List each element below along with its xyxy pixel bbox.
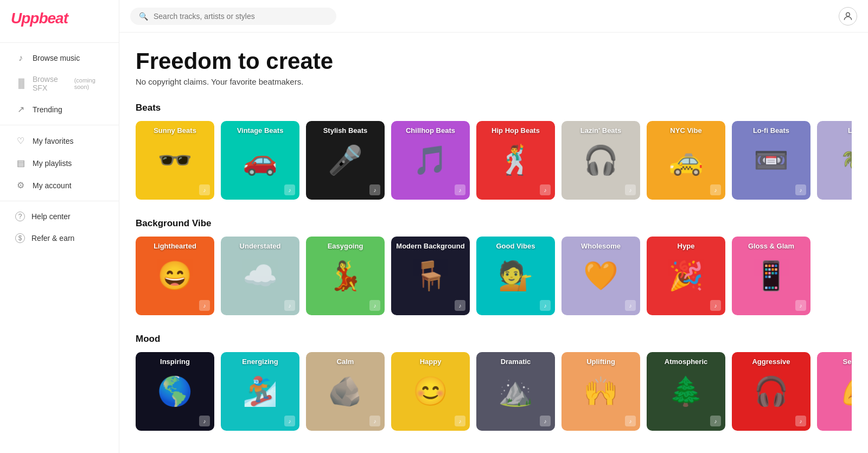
svg-point-0 (846, 12, 850, 16)
search-bar[interactable]: 🔍 (130, 8, 336, 25)
card-badge: ♪ (284, 416, 295, 426)
sidebar-item-refer[interactable]: $ Refer & earn (4, 228, 114, 248)
card-energizing[interactable]: 🏂Energizing♪ (221, 352, 299, 431)
section-title-background-vibe: Background Vibe (136, 218, 852, 229)
card-hype[interactable]: 🎉Hype♪ (647, 237, 725, 315)
card-badge: ♪ (455, 300, 465, 311)
sidebar-label-browse-music: Browse music (33, 54, 80, 62)
card-badge: ♪ (795, 184, 806, 195)
card-label: Easygoing (306, 242, 385, 250)
card-badge: ♪ (455, 416, 465, 426)
music-icon: ♪ (15, 53, 26, 63)
card-label: NYC Vibe (647, 126, 725, 135)
card-badge: ♪ (369, 300, 380, 311)
card-badge: ♪ (284, 184, 295, 195)
card-badge: ♪ (199, 184, 210, 195)
card-wholesome[interactable]: 🧡Wholesome♪ (561, 237, 640, 315)
card-badge: ♪ (284, 300, 295, 311)
card-label: Uplifting (561, 358, 640, 366)
content: Freedom to create No copyright claims. Y… (119, 33, 868, 453)
sidebar-item-browse-sfx[interactable]: ▐▌ Browse SFX (coming soon) (4, 69, 114, 98)
hero-subtitle: No copyright claims. Your favorite beatm… (136, 77, 852, 86)
account-icon[interactable] (839, 7, 857, 25)
card-atmospheric[interactable]: 🌲Atmospheric♪ (647, 352, 725, 431)
user-svg (843, 11, 853, 22)
card-vintage-beats[interactable]: 🚗Vintage Beats♪ (221, 121, 299, 200)
cards-row-mood: 🌎Inspiring♪🏂Energizing♪🪨Calm♪😊Happy♪⛰️Dr… (136, 352, 852, 433)
card-label: Stylish Beats (306, 126, 385, 135)
card-label: Gloss & Glam (732, 242, 810, 250)
card-badge: ♪ (710, 416, 721, 426)
sidebar-item-account[interactable]: ⚙ My account (4, 175, 114, 196)
card-modern-background[interactable]: 🪑Modern Background♪ (391, 237, 470, 315)
sections-container: Beats🕶️Sunny Beats♪🚗Vintage Beats♪🎤Styli… (136, 103, 852, 433)
sidebar-item-favorites[interactable]: ♡ My favorites (4, 130, 114, 151)
card-badge: ♪ (369, 416, 380, 426)
card-badge: ♪ (795, 300, 806, 311)
card-lo-fi-beats[interactable]: 📼Lo-fi Beats♪ (732, 121, 810, 200)
card-label: Wholesome (561, 242, 640, 250)
sidebar-item-help[interactable]: ? Help center (4, 206, 114, 227)
card-badge: ♪ (795, 416, 806, 426)
card-label: Inspiring (136, 358, 214, 366)
logo: Uppbeat (0, 0, 119, 38)
card-happy[interactable]: 😊Happy♪ (391, 352, 470, 431)
coming-soon-tag: (coming soon) (74, 77, 104, 90)
card-good-vibes[interactable]: 💁Good Vibes♪ (476, 237, 555, 315)
card-badge: ♪ (625, 184, 636, 195)
card-badge: ♪ (625, 300, 636, 311)
sidebar-divider-3 (0, 201, 119, 201)
section-title-beats: Beats (136, 103, 852, 113)
card-label: Hype (647, 242, 725, 250)
card-label: Understated (221, 242, 299, 250)
sidebar-item-trending[interactable]: ↗ Trending (4, 99, 114, 120)
card-sensu...[interactable]: 💪Sensu...♪ (817, 352, 852, 431)
card-nyc-vibe[interactable]: 🚕NYC Vibe♪ (647, 121, 725, 200)
sidebar-label-help: Help center (31, 212, 71, 221)
card-lighthearted[interactable]: 😄Lighthearted♪ (136, 237, 214, 315)
card-hip-hop-beats[interactable]: 🕺Hip Hop Beats♪ (476, 121, 555, 200)
card-label: Modern Background (391, 242, 470, 250)
section-mood: Mood🌎Inspiring♪🏂Energizing♪🪨Calm♪😊Happy♪… (136, 334, 852, 433)
card-chillhop-beats[interactable]: 🎵Chillhop Beats♪ (391, 121, 470, 200)
card-uplifting[interactable]: 🙌Uplifting♪ (561, 352, 640, 431)
heart-icon: ♡ (15, 136, 26, 146)
card-label: Sunny Beats (136, 126, 214, 135)
sidebar-label-trending: Trending (33, 105, 62, 114)
search-icon: 🔍 (139, 12, 148, 21)
sidebar-label-playlists: My playlists (33, 159, 72, 168)
card-gloss-&-glam[interactable]: 📱Gloss & Glam♪ (732, 237, 810, 315)
playlist-icon: ▤ (15, 158, 26, 168)
card-label: Lo-fi Beats (732, 126, 810, 135)
card-badge: ♪ (710, 300, 721, 311)
card-lush[interactable]: 🌴Lush♪ (817, 121, 852, 200)
card-calm[interactable]: 🪨Calm♪ (306, 352, 385, 431)
section-beats: Beats🕶️Sunny Beats♪🚗Vintage Beats♪🎤Styli… (136, 103, 852, 202)
sidebar-item-browse-music[interactable]: ♪ Browse music (4, 48, 114, 68)
card-aggressive[interactable]: 🎧Aggressive♪ (732, 352, 810, 431)
card-label: Vintage Beats (221, 126, 299, 135)
card-label: Aggressive (732, 358, 810, 366)
logo-text: Uppbeat (11, 10, 68, 27)
sidebar-item-playlists[interactable]: ▤ My playlists (4, 152, 114, 174)
trending-icon: ↗ (15, 104, 26, 114)
sidebar-divider-2 (0, 125, 119, 125)
card-stylish-beats[interactable]: 🎤Stylish Beats♪ (306, 121, 385, 200)
search-input[interactable] (154, 12, 328, 21)
card-understated[interactable]: ☁️Understated♪ (221, 237, 299, 315)
card-lazin'-beats[interactable]: 🎧Lazin' Beats♪ (561, 121, 640, 200)
card-easygoing[interactable]: 💃Easygoing♪ (306, 237, 385, 315)
card-dramatic[interactable]: ⛰️Dramatic♪ (476, 352, 555, 431)
header: 🔍 (119, 0, 868, 33)
card-label: Chillhop Beats (391, 126, 470, 135)
section-background-vibe: Background Vibe😄Lighthearted♪☁️Understat… (136, 218, 852, 317)
card-badge: ♪ (625, 416, 636, 426)
card-sunny-beats[interactable]: 🕶️Sunny Beats♪ (136, 121, 214, 200)
sidebar-label-favorites: My favorites (33, 137, 73, 145)
sidebar: Uppbeat ♪ Browse music ▐▌ Browse SFX (co… (0, 0, 119, 453)
card-badge: ♪ (540, 300, 551, 311)
card-label: Dramatic (476, 358, 555, 366)
card-inspiring[interactable]: 🌎Inspiring♪ (136, 352, 214, 431)
help-icon: ? (15, 212, 25, 221)
card-label: Good Vibes (476, 242, 555, 250)
